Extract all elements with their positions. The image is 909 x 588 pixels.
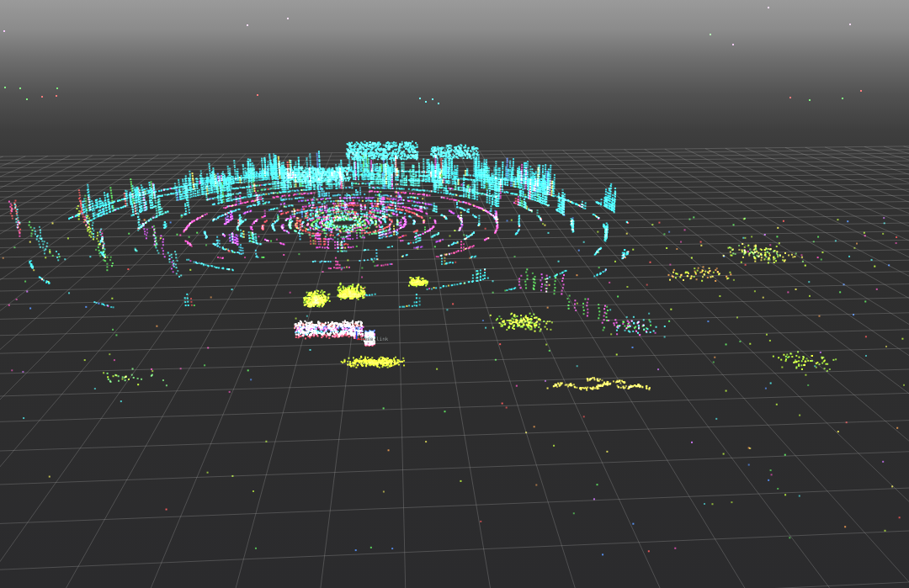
lidar-viewport: base_link xyxy=(0,0,909,588)
pointcloud-canvas[interactable] xyxy=(0,0,909,588)
